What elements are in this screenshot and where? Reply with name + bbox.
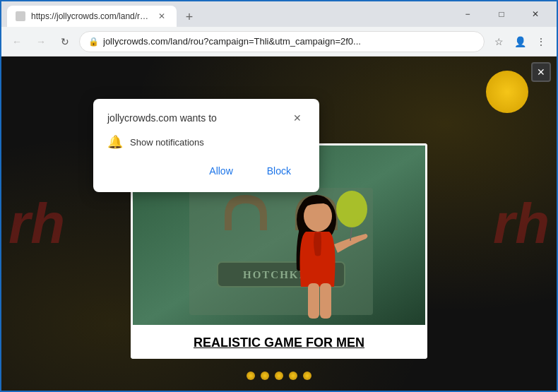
back-button[interactable]: ← <box>7 32 27 52</box>
page-close-button[interactable]: ✕ <box>531 62 551 82</box>
maximize-button[interactable]: □ <box>486 4 517 25</box>
svg-point-9 <box>336 190 367 227</box>
block-button[interactable]: Block <box>253 161 305 181</box>
tab-strip: https://jollycrowds.com/land/rou... ✕ + <box>7 1 449 27</box>
bell-icon: 🔔 <box>107 134 123 150</box>
gold-circle-1 <box>247 372 255 380</box>
forward-button[interactable]: → <box>31 32 51 52</box>
address-bar: ← → ↻ 🔒 jollycrowds.com/land/rou?campaig… <box>1 27 557 57</box>
popup-buttons: Allow Block <box>107 161 305 181</box>
decoration-circles <box>247 372 311 380</box>
notification-row: 🔔 Show notifications <box>107 134 305 150</box>
notification-popup: jollycrowds.com wants to ✕ 🔔 Show notifi… <box>93 99 319 192</box>
minimize-button[interactable]: − <box>452 4 483 25</box>
tab-favicon <box>16 11 25 21</box>
bg-text-right: rh <box>493 191 550 256</box>
gold-circle-decoration <box>486 71 528 113</box>
gold-circle-3 <box>275 372 283 380</box>
active-tab[interactable]: https://jollycrowds.com/land/rou... ✕ <box>7 6 177 27</box>
title-bar: https://jollycrowds.com/land/rou... ✕ + … <box>1 1 557 27</box>
menu-button[interactable]: ⋮ <box>531 32 551 52</box>
tab-title: https://jollycrowds.com/land/rou... <box>31 11 150 21</box>
close-window-button[interactable]: ✕ <box>520 4 551 25</box>
allow-button[interactable]: Allow <box>195 161 247 181</box>
address-input[interactable]: 🔒 jollycrowds.com/land/rou?campaign=Thli… <box>79 31 485 52</box>
tab-close-button[interactable]: ✕ <box>155 10 168 23</box>
profile-button[interactable]: 👤 <box>510 32 530 52</box>
url-text: jollycrowds.com/land/rou?campaign=Thli&u… <box>103 36 475 47</box>
lock-icon: 🔒 <box>88 37 99 47</box>
svg-rect-8 <box>320 283 331 318</box>
window-controls: − □ ✕ <box>452 4 551 25</box>
gold-circle-4 <box>289 372 297 380</box>
notification-label: Show notifications <box>130 137 204 148</box>
page-content: rh rh ✕ <box>1 57 557 391</box>
bg-text-left: rh <box>8 191 65 256</box>
gold-circle-5 <box>303 372 311 380</box>
popup-header: jollycrowds.com wants to ✕ <box>107 110 305 126</box>
popup-title: jollycrowds.com wants to <box>107 112 217 124</box>
reload-button[interactable]: ↻ <box>55 32 75 52</box>
svg-rect-7 <box>308 283 319 318</box>
content-title: REALISTIC GAME FOR MEN <box>131 326 427 358</box>
gold-circle-2 <box>261 372 269 380</box>
browser-window: https://jollycrowds.com/land/rou... ✕ + … <box>0 0 558 392</box>
bookmark-button[interactable]: ☆ <box>489 32 509 52</box>
new-tab-button[interactable]: + <box>179 7 199 27</box>
address-actions: ☆ 👤 ⋮ <box>489 32 551 52</box>
popup-close-button[interactable]: ✕ <box>290 110 305 126</box>
